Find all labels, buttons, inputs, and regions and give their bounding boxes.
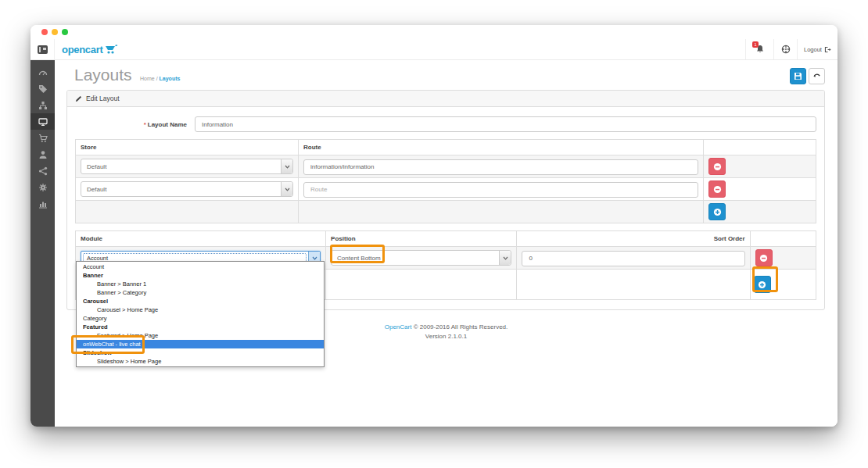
customers-icon [38,150,48,159]
empty-cell [517,270,750,300]
panel-header: Edit Layout [67,91,824,107]
dropdown-option-banner-category[interactable]: Banner > Category [77,288,324,297]
store-header: Store [76,140,299,155]
logout-icon [824,46,831,53]
menu-toggle-icon [38,45,48,54]
minus-circle-icon [759,254,768,263]
page-toolbar [790,68,825,84]
add-module-button[interactable] [754,276,771,293]
dropdown-option-slideshow[interactable]: Slideshow [77,348,324,357]
title-row: Layouts Home / Layouts [55,60,838,84]
store-route-row-2: Default [76,178,816,201]
dropdown-option-featured[interactable]: Featured [77,323,324,331]
breadcrumb-home[interactable]: Home [140,76,155,81]
notification-badge: 1 [752,41,759,48]
minus-circle-icon [713,185,722,194]
pencil-icon [75,95,82,102]
opencart-cart-icon [105,45,118,55]
store-route-header-row: Store Route [76,140,816,155]
breadcrumb-current[interactable]: Layouts [160,76,181,81]
extensions-icon [38,101,48,110]
page-title: Layouts [74,66,132,84]
sidebar-item-sales[interactable] [30,130,55,146]
chevron-down-icon [499,251,511,265]
sidebar-item-catalog[interactable] [30,80,55,97]
minimize-window-button[interactable] [52,29,58,35]
module-header: Module [76,231,326,247]
sidebar-item-marketing[interactable] [30,163,55,179]
store-select-1[interactable]: Default [81,159,293,174]
sidebar-item-dashboard[interactable] [30,64,55,80]
main-row: Layouts Home / Layouts [30,60,838,427]
system-gear-icon [38,183,48,192]
chevron-down-icon [281,182,292,196]
dropdown-option-account[interactable]: Account [77,263,324,271]
notifications-button[interactable]: 1 [745,39,773,59]
empty-header [750,231,816,247]
dashboard-icon [38,68,48,77]
store-select-1-value: Default [81,163,281,170]
breadcrumb-separator: / [156,76,158,81]
zoom-window-button[interactable] [62,29,68,35]
empty-cell [76,201,299,223]
sidebar-item-customers[interactable] [30,146,55,163]
back-button[interactable] [809,68,825,84]
store-select-2[interactable]: Default [81,181,293,197]
logout-label: Logout [804,46,822,53]
sidebar-nav [30,60,55,427]
header-spacer [118,39,745,59]
dropdown-option-banner[interactable]: Banner [77,271,324,280]
layout-name-row: *Layout Name [75,116,816,132]
sales-cart-icon [38,134,48,143]
store-front-button[interactable] [773,39,797,59]
remove-module-button[interactable] [755,249,773,266]
remove-route-button-1[interactable] [708,158,726,175]
layout-name-label: *Layout Name [75,121,195,128]
breadcrumb: Home / Layouts [140,76,180,81]
dropdown-option-slideshow-homepage[interactable]: Slideshow > Home Page [77,357,324,366]
panel-title: Edit Layout [86,95,120,102]
sidebar-item-design[interactable] [30,113,55,130]
empty-cell [299,201,704,223]
sidebar-item-system[interactable] [30,179,55,195]
remove-route-button-2[interactable] [708,180,726,198]
route-input-1[interactable] [303,159,698,175]
empty-cell [326,270,517,300]
undo-icon [812,72,821,80]
store-route-add-row [76,201,816,223]
opencart-logo[interactable]: opencart [55,39,118,59]
dropdown-option-carousel-homepage[interactable]: Carousel > Home Page [77,305,324,314]
store-route-row-1: Default [76,155,816,178]
close-window-button[interactable] [41,29,48,35]
opencart-footer-link[interactable]: OpenCart [385,323,412,330]
logout-button[interactable]: Logout [797,39,838,59]
dropdown-option-category[interactable]: Category [77,314,324,323]
save-button[interactable] [790,68,806,84]
sidebar-item-reports[interactable] [30,195,55,212]
sidebar-item-extensions[interactable] [30,97,55,113]
minus-circle-icon [713,163,722,171]
sort-order-header: Sort Order [517,231,750,247]
layout-name-input[interactable] [195,116,816,132]
save-icon [794,72,802,80]
module-dropdown-list: Account Banner Banner > Banner 1 Banner … [76,261,325,367]
position-select[interactable]: Content Bottom [331,250,511,266]
design-monitor-icon [38,117,48,127]
screen: opencart 1 [0,0,868,468]
menu-toggle-button[interactable] [30,39,55,59]
dropdown-option-banner-banner1[interactable]: Banner > Banner 1 [77,280,324,288]
dropdown-option-onwebchat[interactable]: onWebChat - live chat [77,340,324,348]
plus-circle-icon [713,208,722,216]
route-input-2[interactable] [303,182,698,198]
empty-header [704,140,816,155]
dropdown-option-carousel[interactable]: Carousel [77,297,324,305]
add-route-button[interactable] [708,203,726,220]
opencart-logo-text: opencart [62,44,103,55]
chevron-down-icon [281,159,292,173]
sort-order-input[interactable] [522,251,744,266]
plus-circle-icon [758,280,766,289]
reports-chart-icon [38,199,48,209]
dropdown-option-featured-homepage[interactable]: Featured > Home Page [77,331,324,340]
page-content: Layouts Home / Layouts [55,60,838,427]
module-header-row: Module Position Sort Order [76,231,816,247]
